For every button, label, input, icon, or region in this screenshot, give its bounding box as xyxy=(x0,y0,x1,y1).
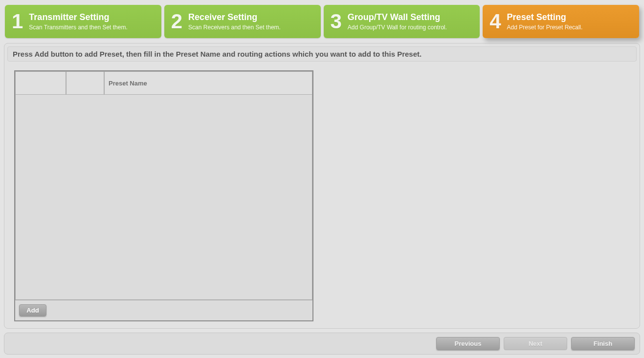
step-title: Preset Setting xyxy=(507,12,583,23)
instruction-text: Press Add button to add Preset, then fil… xyxy=(7,46,637,62)
preset-grid: Preset Name Add xyxy=(14,70,313,321)
step-title: Group/TV Wall Setting xyxy=(348,12,447,23)
wizard-nav: Previous Next Finish xyxy=(4,333,640,355)
step-number: 4 xyxy=(489,11,501,32)
grid-header-col-preset-name: Preset Name xyxy=(104,71,312,95)
finish-button[interactable]: Finish xyxy=(571,337,635,350)
step-subtitle: Scan Transmitters and then Set them. xyxy=(29,24,127,31)
grid-header: Preset Name xyxy=(15,71,312,95)
step-number: 1 xyxy=(12,11,23,32)
step-subtitle: Add Preset for Preset Recall. xyxy=(507,24,583,31)
wizard-steps: 1 Transmitter Setting Scan Transmitters … xyxy=(0,0,644,43)
step-subtitle: Scan Receivers and then Set them. xyxy=(188,24,281,31)
grid-header-col-actions-b xyxy=(66,71,104,95)
step-title: Transmitter Setting xyxy=(29,12,127,23)
step-3-group[interactable]: 3 Group/TV Wall Setting Add Group/TV Wal… xyxy=(324,5,480,38)
step-title: Receiver Setting xyxy=(188,12,281,23)
step-4-preset[interactable]: 4 Preset Setting Add Preset for Preset R… xyxy=(483,5,639,38)
step-subtitle: Add Group/TV Wall for routing control. xyxy=(348,24,447,31)
main-panel: Press Add button to add Preset, then fil… xyxy=(4,43,640,329)
step-number: 2 xyxy=(171,11,182,32)
next-button: Next xyxy=(504,337,567,350)
step-1-transmitter[interactable]: 1 Transmitter Setting Scan Transmitters … xyxy=(5,5,161,38)
step-number: 3 xyxy=(331,11,342,32)
previous-button[interactable]: Previous xyxy=(436,337,500,350)
step-2-receiver[interactable]: 2 Receiver Setting Scan Receivers and th… xyxy=(164,5,321,38)
grid-empty-area xyxy=(16,95,312,95)
add-button[interactable]: Add xyxy=(19,304,46,316)
grid-header-col-actions-a xyxy=(15,71,66,95)
grid-body[interactable] xyxy=(15,95,312,300)
grid-footer: Add xyxy=(15,300,312,320)
